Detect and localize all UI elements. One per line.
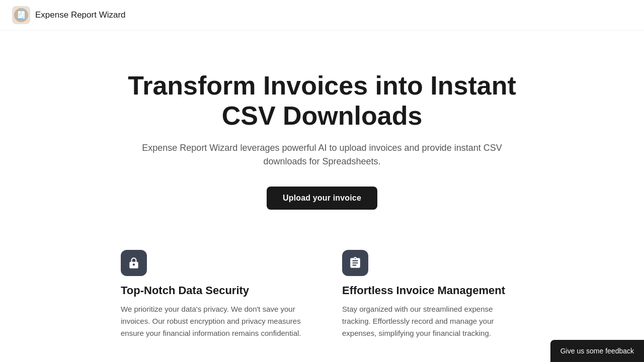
feature-management-desc: Stay organized with our streamlined expe… — [342, 303, 523, 339]
feedback-button[interactable]: Give us some feedback — [550, 340, 644, 362]
navbar: 🧾 Expense Report Wizard — [0, 0, 644, 31]
feature-management: Effortless Invoice Management Stay organ… — [342, 250, 523, 339]
hero-section: Transform Invoices into Instant CSV Down… — [96, 31, 548, 240]
feature-security-title: Top-Notch Data Security — [121, 284, 302, 297]
feature-security: Top-Notch Data Security We prioritize yo… — [121, 250, 302, 339]
management-icon-wrap — [342, 250, 368, 276]
upload-invoice-button[interactable]: Upload your invoice — [267, 187, 377, 210]
security-icon-wrap — [121, 250, 147, 276]
feature-management-title: Effortless Invoice Management — [342, 284, 523, 297]
hero-subtitle: Expense Report Wizard leverages powerful… — [131, 141, 513, 168]
svg-text:🧾: 🧾 — [16, 10, 26, 20]
hero-title: Transform Invoices into Instant CSV Down… — [116, 71, 528, 131]
features-section: Top-Notch Data Security We prioritize yo… — [70, 250, 574, 362]
clipboard-icon — [349, 256, 362, 269]
app-logo: 🧾 — [12, 6, 30, 24]
lock-icon — [127, 256, 140, 269]
feature-security-desc: We prioritize your data's privacy. We do… — [121, 303, 302, 339]
app-title: Expense Report Wizard — [35, 10, 126, 20]
